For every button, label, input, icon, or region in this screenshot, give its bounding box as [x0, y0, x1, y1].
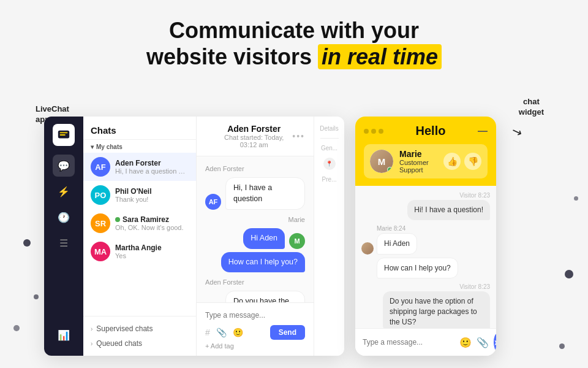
attachment-icon[interactable]: 📎	[216, 328, 227, 337]
widget-agent-avatar: M	[370, 150, 393, 173]
message-bubble: Do you have the option of shipping large…	[383, 291, 490, 328]
details-label: Details	[317, 125, 341, 132]
ui-container: 💬 ⚡ 🕐 ☰ 📊 Chats ▾ My chats AF Aden Forst…	[44, 117, 564, 356]
my-chats-section[interactable]: ▾ My chats	[83, 140, 196, 153]
agent-message-row: How can I help you?	[361, 258, 490, 279]
chat-name: Aden Forster	[115, 159, 189, 167]
widget-agent-role: Customer Support	[399, 159, 437, 174]
queued-chats-item[interactable]: › Queued chats	[91, 336, 189, 351]
chat-name: Martha Angie	[115, 243, 189, 252]
message-avatar: M	[289, 233, 305, 249]
message-bubble: How can I help you?	[221, 252, 305, 273]
online-status-dot	[387, 167, 393, 172]
chat-list-footer: › Supervised chats › Queued chats	[83, 316, 196, 356]
widget-header: Hello — M Marie Customer Support 👍 👎	[355, 117, 496, 186]
message-sender-name: Aden Forster	[205, 278, 305, 286]
headline-area: Communicate with your website visitors i…	[0, 0, 588, 70]
chat-item[interactable]: AF Aden Forster Hi, I have a question ab…	[83, 153, 196, 181]
chevron-right-icon: ›	[91, 340, 92, 347]
sidebar-stats-icon[interactable]: 📊	[53, 324, 75, 346]
message-group: Marie 8:24 Hi Aden How can I help you?	[361, 225, 490, 279]
message-row: AF Hi, I have a question	[205, 177, 305, 210]
chat-item[interactable]: MA Martha Angie Yes	[83, 237, 196, 266]
widget-header-top: Hello —	[364, 124, 488, 138]
widget-messages: Visitor 8:23 Hi! I have a question! Mari…	[355, 186, 496, 328]
app-panel: 💬 ⚡ 🕐 ☰ 📊 Chats ▾ My chats AF Aden Forst…	[44, 117, 344, 356]
thumbs-down-button[interactable]: 👎	[464, 153, 481, 170]
chat-main: Aden Forster Chat started: Today, 03:12 …	[197, 117, 314, 356]
chat-name: Sara Ramirez	[115, 215, 189, 224]
chevron-right-icon: ›	[91, 326, 92, 332]
widget-message-input[interactable]	[363, 338, 454, 347]
chat-preview: Yes	[115, 252, 189, 259]
widget-input-area: 🙂 📎 ➤	[355, 328, 496, 356]
message-bubble: Do you have the option of shipping large…	[225, 291, 305, 302]
widget-attachment-icon[interactable]: 📎	[477, 337, 489, 348]
chat-preview: Thank you!	[115, 196, 189, 203]
messages-area: Aden Forster AF Hi, I have a question Ma…	[197, 156, 314, 302]
sidebar-lightning-icon[interactable]: ⚡	[53, 180, 75, 202]
avatar: PO	[91, 185, 110, 205]
message-group: Visitor 8:23 Do you have the option of s…	[383, 283, 490, 328]
more-options-icon[interactable]: •••	[292, 131, 305, 141]
avatar: SR	[91, 213, 110, 233]
message-group: Aden Forster AF Do you have the option o…	[205, 278, 305, 302]
message-input[interactable]	[205, 311, 305, 320]
widget-send-button[interactable]: ➤	[494, 334, 496, 351]
queued-chats-label: Queued chats	[96, 339, 142, 348]
general-label: Gen...	[318, 145, 340, 151]
chevron-down-icon: ▾	[91, 144, 94, 150]
message-time: Visitor 8:23	[407, 192, 490, 199]
widget-minimize-button[interactable]: —	[478, 126, 488, 137]
detail-panel: Details Gen... 📍 Pre...	[314, 117, 344, 356]
message-time: Visitor 8:23	[383, 283, 490, 290]
chat-main-header: Aden Forster Chat started: Today, 03:12 …	[197, 117, 314, 156]
hashtag-icon[interactable]: #	[205, 328, 210, 337]
send-button[interactable]: Send	[270, 325, 305, 340]
toolbar-left: # 📎 🙂	[205, 328, 243, 337]
detail-dot: 📍	[323, 158, 336, 170]
sidebar-logo	[53, 124, 75, 146]
widget-dot-3[interactable]	[379, 129, 383, 134]
agent-message-time: Marie 8:24	[377, 225, 417, 232]
message-group: Visitor 8:23 Hi! I have a question!	[407, 192, 490, 220]
chat-preview: Hi, I have a question about...	[115, 167, 189, 175]
chat-info: Phil O'Neil Thank you!	[115, 187, 189, 203]
emoji-icon[interactable]: 🙂	[233, 328, 243, 337]
chat-input-area: # 📎 🙂 Send + Add tag	[197, 302, 314, 356]
widget-dots	[364, 129, 383, 134]
sidebar: 💬 ⚡ 🕐 ☰ 📊	[44, 117, 83, 356]
my-chats-label: My chats	[96, 144, 123, 150]
chat-header-name: Aden Forster	[216, 124, 292, 134]
avatar: AF	[91, 157, 110, 177]
chat-list-header: Chats	[83, 117, 196, 140]
widget-dot-1[interactable]	[364, 129, 369, 134]
widget-agent-name: Marie	[399, 149, 437, 159]
message-bubble: Hi, I have a question	[225, 177, 305, 210]
sidebar-menu-icon[interactable]: ☰	[53, 232, 75, 254]
predicted-label: Pre...	[320, 176, 339, 183]
message-sender-name: Marie	[205, 216, 305, 223]
add-tag-label[interactable]: + Add tag	[205, 342, 305, 350]
sidebar-chats-icon[interactable]: 💬	[53, 155, 75, 177]
sidebar-clock-icon[interactable]: 🕐	[53, 206, 75, 228]
chat-header-sub: Chat started: Today, 03:12 am	[216, 134, 292, 148]
chat-input-toolbar: # 📎 🙂 Send	[205, 325, 305, 340]
chat-item[interactable]: PO Phil O'Neil Thank you!	[83, 181, 196, 209]
headline-line1: Communicate with your	[0, 17, 588, 44]
chat-preview: Oh, OK. Now it's good.	[115, 224, 189, 231]
agent-message-row: Marie 8:24 Hi Aden	[361, 225, 490, 255]
chat-item[interactable]: SR Sara Ramirez Oh, OK. Now it's good.	[83, 209, 196, 237]
chat-info: Sara Ramirez Oh, OK. Now it's good.	[115, 215, 189, 231]
highlight-text: in real time	[318, 44, 442, 69]
widget-dot-2[interactable]	[371, 129, 376, 134]
supervised-chats-item[interactable]: › Supervised chats	[91, 321, 189, 336]
message-bubble: Hi! I have a question!	[407, 200, 490, 220]
message-row: Hi Aden M	[205, 228, 305, 249]
message-group: Aden Forster AF Hi, I have a question	[205, 165, 305, 210]
widget-emoji-icon[interactable]: 🙂	[459, 337, 472, 348]
message-avatar: AF	[205, 194, 221, 210]
widget-agent-info: Marie Customer Support	[399, 149, 437, 174]
message-bubble: How can I help you?	[377, 258, 458, 279]
thumbs-up-button[interactable]: 👍	[443, 153, 461, 170]
